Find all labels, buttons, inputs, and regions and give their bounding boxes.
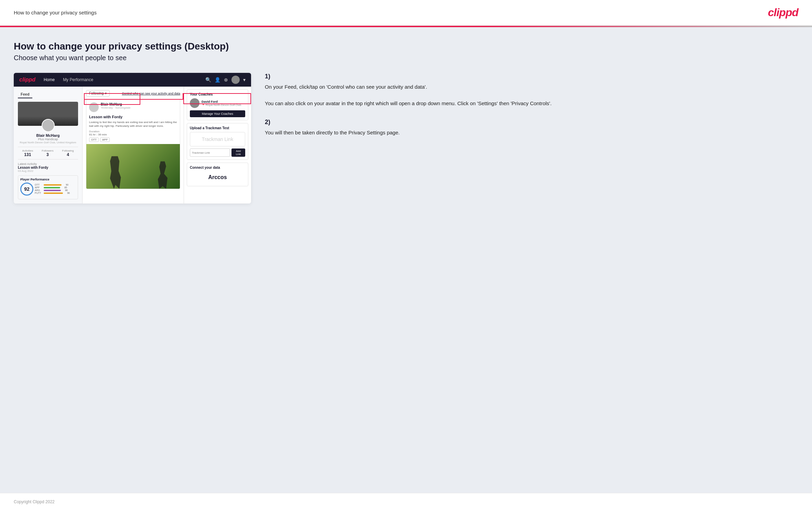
- search-icon[interactable]: 🔍: [205, 77, 211, 82]
- bar-putt-track: [44, 192, 63, 194]
- connect-title: Connect your data: [190, 166, 245, 169]
- golfer-silhouette-2: [156, 161, 170, 189]
- instruction-2-num: 2): [265, 119, 798, 126]
- location-icon: 📍: [202, 103, 205, 107]
- app-right: Your Coaches David Ford 📍 Royal North De…: [184, 87, 251, 203]
- nav-my-performance[interactable]: My Performance: [63, 77, 93, 82]
- trackman-placeholder: Trackman Link: [190, 132, 245, 146]
- stat-followers: Followers 3: [42, 149, 53, 157]
- chevron-down-icon[interactable]: ▾: [243, 77, 246, 82]
- following-button[interactable]: Following ▾: [86, 90, 110, 97]
- bar-app-track: [44, 187, 60, 188]
- post-image: [86, 144, 180, 189]
- app-nav-icons: 🔍 👤 ⊕ ▾: [205, 76, 246, 84]
- control-privacy-link[interactable]: Control who can see your activity and da…: [122, 92, 180, 95]
- coach-avatar: [190, 98, 199, 108]
- following-label: Following: [89, 91, 104, 95]
- page-subheading: Choose what you want people to see: [14, 54, 798, 62]
- bar-putt-label: PUTT: [35, 192, 43, 194]
- connect-box: Connect your data Arccos: [187, 163, 248, 186]
- bar-arg-label: ARG: [35, 189, 43, 191]
- demo-row: clippd Home My Performance 🔍 👤 ⊕ ▾: [14, 73, 798, 203]
- coach-club-text: Royal North Devon Golf Club: [206, 103, 241, 107]
- coaches-box: Your Coaches David Ford 📍 Royal North De…: [187, 89, 248, 120]
- coaches-title: Your Coaches: [190, 92, 245, 96]
- person-icon[interactable]: 👤: [215, 77, 220, 82]
- add-link-button[interactable]: Add Link: [231, 148, 245, 157]
- bar-arg-val: 86: [62, 189, 68, 191]
- bar-putt-val: 96: [64, 192, 70, 194]
- post-tags: OTT APP: [86, 137, 180, 144]
- profile-name: Blair McHarg: [18, 133, 78, 137]
- app-sidebar: Feed Blair McHarg Plus Handicap Royal No…: [14, 87, 83, 203]
- instruction-2-text: You will then be taken directly to the P…: [265, 129, 798, 137]
- manage-coaches-button[interactable]: Manage Your Coaches: [190, 110, 245, 117]
- page-heading: How to change your privacy settings (Des…: [14, 41, 798, 52]
- profile-location: Royal North Devon Golf Club, United King…: [18, 141, 78, 144]
- quality-score: 92: [20, 183, 33, 196]
- profile-avatar: [42, 119, 55, 132]
- player-performance-title: Player Performance: [20, 178, 76, 181]
- stat-followers-label: Followers: [42, 149, 53, 152]
- arccos-logo: Arccos: [190, 172, 245, 183]
- user-avatar[interactable]: [231, 76, 240, 84]
- latest-activity-label: Latest Activity: [18, 162, 78, 166]
- trackman-input[interactable]: [190, 148, 230, 157]
- instruction-1-num: 1): [265, 73, 798, 80]
- clippd-logo: clippd: [768, 6, 798, 19]
- app-body: Feed Blair McHarg Plus Handicap Royal No…: [14, 87, 251, 203]
- upload-title: Upload a Trackman Test: [190, 126, 245, 130]
- stat-following: Following 4: [62, 149, 74, 157]
- latest-activity-title: Lesson with Fordy: [18, 166, 78, 169]
- bar-ott-track: [44, 184, 62, 186]
- app-panel: clippd Home My Performance 🔍 👤 ⊕ ▾: [14, 73, 251, 203]
- total-quality-row: 92 OTT 90 APP: [20, 183, 76, 196]
- tag-ott: OTT: [89, 137, 99, 142]
- nav-home[interactable]: Home: [44, 77, 55, 82]
- following-bar: Following ▾ Control who can see your act…: [86, 90, 180, 97]
- instruction-2: 2) You will then be taken directly to th…: [265, 119, 798, 137]
- top-bar-title: How to change your privacy settings: [14, 10, 97, 15]
- bar-ott-val: 90: [62, 184, 68, 186]
- bar-ott-label: OTT: [35, 184, 43, 186]
- following-chevron: ▾: [105, 91, 107, 95]
- bar-arg: ARG 86: [35, 189, 76, 191]
- stat-followers-value: 3: [42, 152, 53, 157]
- main-content: How to change your privacy settings (Des…: [0, 27, 812, 493]
- post-description: Looking to feel like my hands are exitin…: [86, 120, 180, 130]
- app-screenshot-container: clippd Home My Performance 🔍 👤 ⊕ ▾: [14, 73, 251, 203]
- bar-arg-track: [44, 190, 61, 191]
- trackman-input-row: Add Link: [190, 148, 245, 157]
- post-duration: Duration 01 hr : 30 min: [86, 130, 180, 137]
- post-avatar: [89, 102, 99, 112]
- bar-ott: OTT 90: [35, 184, 76, 186]
- app-nav-logo: clippd: [19, 77, 35, 83]
- footer: Copyright Clippd 2022: [0, 493, 812, 507]
- coach-info: David Ford 📍 Royal North Devon Golf Club: [202, 100, 241, 107]
- latest-activity-date: 03 Aug 2022: [18, 169, 78, 173]
- profile-stats: Activities 131 Followers 3 Following 4: [18, 147, 78, 159]
- post-author-name: Blair McHarg: [101, 102, 130, 106]
- post-card: Blair McHarg Yesterday · Sunningdale Les…: [86, 99, 180, 189]
- duration-value: 01 hr : 30 min: [89, 133, 107, 136]
- coach-name: David Ford: [202, 100, 241, 103]
- tag-app: APP: [100, 137, 110, 142]
- bar-putt: PUTT 96: [35, 192, 76, 194]
- stat-activities-label: Activities: [22, 149, 33, 152]
- post-author-info: Blair McHarg Yesterday · Sunningdale: [101, 102, 130, 109]
- instruction-1-text: On your Feed, click/tap on 'Control who …: [265, 83, 798, 108]
- stat-activities: Activities 131: [22, 149, 33, 157]
- copyright-text: Copyright Clippd 2022: [14, 499, 55, 504]
- post-author-meta: Yesterday · Sunningdale: [101, 106, 130, 109]
- bar-app-label: APP: [35, 186, 43, 189]
- stat-following-value: 4: [62, 152, 74, 157]
- profile-image-area: [18, 102, 78, 126]
- stat-following-label: Following: [62, 149, 74, 152]
- profile-plan: Plus Handicap: [18, 137, 78, 141]
- bar-app: APP 85: [35, 186, 76, 189]
- instructions-panel: 1) On your Feed, click/tap on 'Control w…: [262, 73, 798, 148]
- bars-area: OTT 90 APP 85: [35, 184, 76, 195]
- feed-tab[interactable]: Feed: [18, 91, 32, 98]
- add-icon[interactable]: ⊕: [224, 77, 228, 82]
- stat-activities-value: 131: [22, 152, 33, 157]
